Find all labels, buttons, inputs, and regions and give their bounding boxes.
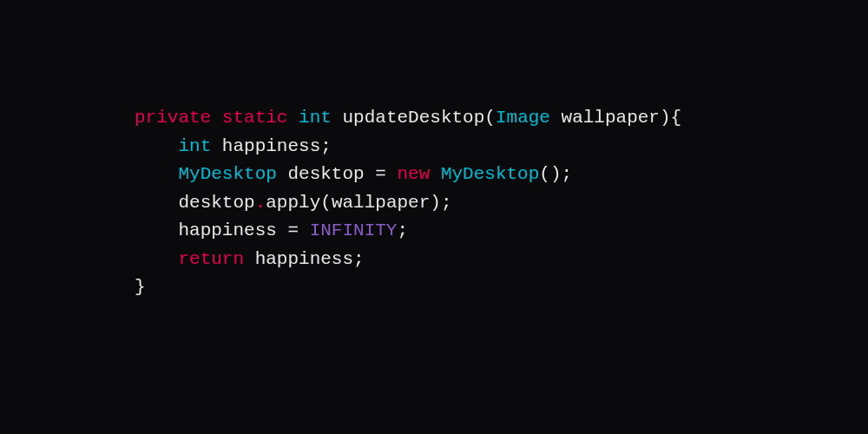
code-line-6: return happiness; — [135, 249, 365, 269]
close-brace: } — [135, 277, 146, 297]
close-paren-open-brace: ){ — [660, 108, 681, 128]
dot: . — [255, 193, 266, 213]
param-type: Image — [496, 108, 550, 128]
equals: = — [277, 220, 310, 240]
type-int: int — [299, 108, 332, 128]
keyword-return: return — [178, 249, 244, 269]
semicolon: ; — [320, 136, 332, 156]
type-mydesktop: MyDesktop — [178, 164, 276, 184]
indent — [135, 136, 178, 156]
indent — [135, 249, 178, 269]
type-int: int — [178, 136, 211, 156]
var-happiness: happiness — [178, 220, 276, 240]
semicolon: ; — [353, 249, 365, 269]
var-desktop: desktop — [287, 164, 364, 184]
code-line-3: MyDesktop desktop = new MyDesktop(); — [135, 164, 572, 184]
param-name: wallpaper — [562, 108, 660, 128]
code-line-2: int happiness; — [135, 136, 332, 156]
code-line-4: desktop.apply(wallpaper); — [135, 193, 452, 213]
code-line-5: happiness = INFINITY; — [135, 220, 408, 240]
function-name: updateDesktop — [342, 108, 484, 128]
code-line-7: } — [135, 277, 146, 297]
keyword-private: private — [135, 108, 211, 128]
indent — [135, 164, 178, 184]
indent — [135, 220, 178, 240]
keyword-new: new — [397, 164, 430, 184]
semicolon: ; — [397, 220, 408, 240]
var-happiness: happiness — [222, 136, 320, 156]
code-line-1: private static int updateDesktop(Image w… — [135, 108, 681, 128]
keyword-static: static — [222, 108, 288, 128]
parens-semi: (); — [539, 164, 572, 184]
equals: = — [365, 164, 398, 184]
close-paren-semi: ); — [430, 193, 451, 213]
method-apply: apply — [266, 193, 320, 213]
const-infinity: INFINITY — [310, 220, 398, 240]
open-paren: ( — [320, 193, 332, 213]
code-block: private static int updateDesktop(Image w… — [0, 0, 868, 302]
indent — [135, 193, 178, 213]
arg-wallpaper: wallpaper — [332, 193, 430, 213]
ctor-mydesktop: MyDesktop — [441, 164, 539, 184]
obj-desktop: desktop — [178, 193, 254, 213]
var-happiness: happiness — [255, 249, 353, 269]
open-paren: ( — [484, 108, 496, 128]
